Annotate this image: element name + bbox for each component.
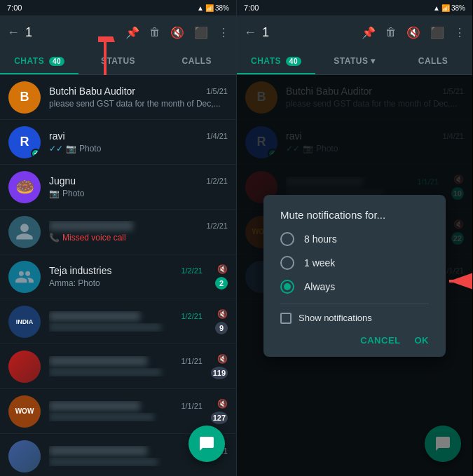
pin-icon[interactable]: 📌 [125, 26, 139, 39]
back-button-right[interactable]: ← [244, 25, 256, 40]
compose-fab-left[interactable] [188, 426, 225, 462]
status-icons-right: ▲ 📶 38% [433, 4, 465, 12]
chat-item-missed[interactable]: 1/2/21 📞 Missed voice call [0, 210, 236, 254]
chat-name-jugnu: Jugnu [49, 175, 76, 186]
option-label-8hours: 8 hours [304, 233, 337, 245]
chat-name-9 [49, 446, 147, 456]
chat-name-india [49, 311, 140, 321]
chat-right-7: 🔇 119 [203, 354, 228, 379]
chat-info-missed: 1/2/21 📞 Missed voice call [49, 221, 228, 243]
mute-icon[interactable]: 🔇 [170, 26, 184, 39]
battery-right: 38% [451, 4, 465, 12]
missed-call-icon: 📞 [49, 233, 60, 243]
avatar-teja [8, 261, 41, 293]
chat-info-jugnu: Jugnu 1/2/21 📷 Photo [49, 175, 228, 198]
avatar-wow: WOW [8, 395, 41, 428]
chat-item-teja[interactable]: Teja industries 1/2/21 Amma: Photo 🔇 2 [0, 254, 236, 299]
chat-preview-butchi: please send GST data for the month of De… [49, 99, 228, 109]
radio-8hours [280, 232, 294, 246]
archive-icon-right[interactable]: ⬛ [430, 26, 444, 39]
chat-right-teja: 🔇 2 [203, 264, 228, 290]
tab-status-right[interactable]: STATUS ▾ [315, 49, 394, 74]
missed-call-text: Missed voice call [62, 233, 126, 243]
chat-time-ravi: 1/4/21 [206, 132, 228, 140]
chat-preview-ravi: ✓✓ 📷 Photo [49, 144, 228, 154]
chat-list-left: B Butchi Babu Auditor 1/5/21 please send… [0, 75, 236, 476]
chat-time-missed: 1/2/21 [206, 222, 228, 230]
tab-calls-left[interactable]: CALLS [158, 49, 236, 74]
tabs-right: CHATS 40 STATUS ▾ CALLS [237, 49, 472, 75]
show-notifications-checkbox[interactable] [280, 313, 292, 324]
mute-icon-right[interactable]: 🔇 [406, 26, 420, 39]
battery-left: 38% [215, 4, 229, 12]
tabs-left: CHATS 40 STATUS CALLS [0, 49, 236, 75]
chats-badge-left: 40 [49, 57, 64, 66]
status-bar-left: 7:00 ▲ 📶 38% [0, 0, 236, 15]
tab-status-left[interactable]: STATUS [78, 49, 157, 74]
option-always[interactable]: Always [280, 280, 429, 294]
chat-preview-7 [49, 368, 203, 376]
dialog-divider [280, 304, 429, 304]
tab-chats-left[interactable]: CHATS 40 [0, 49, 78, 74]
delete-icon-right[interactable]: 🗑 [385, 26, 397, 39]
avatar-9 [8, 440, 41, 472]
selected-counter-right: 1 [262, 25, 356, 40]
chat-time-7: 1/1/21 [181, 357, 203, 365]
show-notifications-option[interactable]: Show notifications [280, 313, 429, 324]
ok-button[interactable]: OK [415, 335, 430, 346]
chat-right-wow: 🔇 127 [203, 399, 228, 424]
mute-icon-wow: 🔇 [217, 399, 228, 409]
option-label-always: Always [304, 281, 335, 292]
red-arrow-always [446, 271, 472, 292]
more-icon-right[interactable]: ⋮ [454, 26, 465, 39]
delete-icon[interactable]: 🗑 [149, 26, 160, 39]
status-icons-left: ▲ 📶 38% [197, 4, 229, 12]
camera-icon-jugnu: 📷 [49, 189, 60, 198]
unread-teja: 2 [215, 277, 228, 290]
chat-time-jugnu: 1/2/21 [206, 177, 228, 185]
tab-chats-right[interactable]: CHATS 40 [237, 49, 315, 74]
avatar-india: INDIA [8, 306, 41, 338]
chat-name-butchi: Butchi Babu Auditor [49, 86, 135, 97]
chat-preview-teja: Amma: Photo [49, 278, 203, 288]
left-panel: 7:00 ▲ 📶 38% ← 1 📌 🗑 🔇 ⬛ ⋮ [0, 0, 236, 476]
chat-preview-jugnu: 📷 Photo [49, 189, 228, 198]
avatar-jugnu: 🍩 [8, 171, 41, 203]
cancel-button[interactable]: CANCEL [360, 335, 400, 346]
option-1week[interactable]: 1 week [280, 256, 429, 270]
top-bar-left: ← 1 📌 🗑 🔇 ⬛ ⋮ [0, 15, 236, 49]
signal-icon: ▲ [197, 4, 204, 12]
pin-icon-right[interactable]: 📌 [362, 26, 376, 39]
back-button-left[interactable]: ← [7, 25, 20, 40]
chat-item-7[interactable]: 1/1/21 🔇 119 [0, 344, 236, 389]
archive-icon[interactable]: ⬛ [194, 26, 208, 39]
chat-item-butchi[interactable]: B Butchi Babu Auditor 1/5/21 please send… [0, 75, 236, 120]
chat-time-india: 1/2/21 [181, 312, 203, 320]
mute-icon-india: 🔇 [217, 309, 228, 319]
tab-calls-right[interactable]: CALLS [394, 49, 472, 74]
toolbar-right: 📌 🗑 🔇 ⬛ ⋮ [362, 26, 465, 39]
chat-info-teja: Teja industries 1/2/21 Amma: Photo [49, 265, 203, 288]
unread-7: 119 [211, 367, 228, 379]
option-label-1week: 1 week [304, 257, 335, 268]
time-right: 7:00 [244, 4, 259, 12]
mute-dialog: Mute notifications for... 8 hours 1 week [263, 195, 446, 357]
chat-info-ravi: ravi 1/4/21 ✓✓ 📷 Photo [49, 130, 228, 154]
chat-time-butchi: 1/5/21 [206, 87, 228, 95]
mute-icon-teja: 🔇 [217, 264, 228, 274]
dialog-title: Mute notifications for... [280, 209, 429, 221]
camera-icon-ravi: 📷 [66, 144, 76, 154]
wifi-icon-right: 📶 [441, 4, 450, 12]
chat-name-ravi: ravi [49, 130, 65, 142]
option-8hours[interactable]: 8 hours [280, 232, 429, 246]
more-icon[interactable]: ⋮ [218, 26, 229, 39]
time-left: 7:00 [7, 4, 22, 12]
mute-icon-7: 🔇 [217, 354, 228, 364]
wifi-icon: 📶 [205, 4, 214, 12]
chat-item-jugnu[interactable]: 🍩 Jugnu 1/2/21 📷 Photo [0, 165, 236, 210]
chat-item-india[interactable]: INDIA 1/2/21 🔇 9 [0, 299, 236, 344]
avatar-missed [8, 216, 41, 248]
chat-preview-missed: 📞 Missed voice call [49, 233, 228, 243]
chat-info-wow: 1/1/21 [49, 401, 203, 421]
chat-item-ravi[interactable]: R ✓ ravi 1/4/21 ✓✓ 📷 Photo [0, 120, 236, 165]
